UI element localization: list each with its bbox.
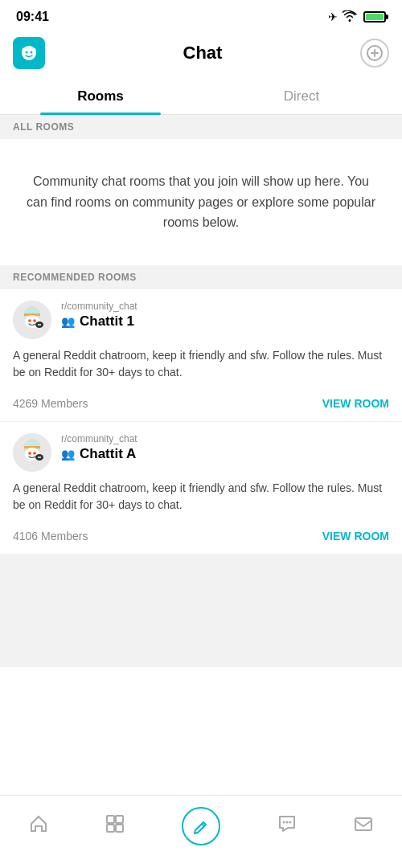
communities-icon [105,813,125,839]
battery-icon [363,11,386,23]
room-name: Chattit A [80,446,136,462]
svg-point-27 [39,457,41,458]
status-bar: 09:41 ✈ [0,0,402,31]
app-logo [13,37,45,69]
svg-point-34 [282,821,285,824]
svg-point-28 [28,452,31,455]
room-members: 4269 Members [13,397,88,410]
svg-point-35 [285,821,288,824]
header: Chat [0,31,402,79]
inbox-icon [353,813,374,839]
room-members: 4106 Members [13,530,88,542]
chat-icon [277,813,297,839]
status-icons: ✈ [328,10,386,24]
svg-point-4 [32,48,36,52]
svg-rect-6 [28,46,31,50]
tabs-container: Rooms Direct [0,79,402,115]
view-room-button[interactable]: VIEW ROOM [322,530,389,542]
nav-item-home[interactable] [20,810,57,842]
all-rooms-section-header: ALL ROOMS [0,115,402,139]
tab-direct[interactable]: Direct [201,79,402,114]
create-button[interactable] [182,807,220,845]
svg-point-18 [28,319,31,322]
nav-item-communities[interactable] [96,810,133,842]
wifi-icon [343,10,357,24]
page-title: Chat [183,43,223,63]
svg-point-3 [31,51,33,54]
room-name-row: 👥 Chattit A [61,446,389,462]
gray-spacer [0,555,402,667]
room-item-header: r/community_chat 👥 Chattit 1 [13,301,389,339]
status-time: 09:41 [16,10,49,24]
svg-point-2 [26,51,28,54]
group-icon: 👥 [61,448,75,461]
svg-rect-33 [116,825,123,832]
room-avatar [13,301,51,339]
nav-item-chat[interactable] [269,810,306,842]
room-name-row: 👥 Chattit 1 [61,313,389,330]
svg-rect-32 [107,825,114,832]
room-info: r/community_chat 👥 Chattit A [61,433,389,462]
bottom-nav [0,795,402,868]
group-icon: 👥 [61,315,75,328]
nav-item-create[interactable] [174,804,228,849]
empty-rooms-message: Community chat rooms that you join will … [0,139,402,265]
svg-point-29 [33,452,36,455]
room-name: Chattit 1 [80,313,134,330]
new-chat-button[interactable] [360,39,389,68]
svg-point-5 [23,48,27,52]
room-subreddit: r/community_chat [61,301,389,312]
room-item-header: r/community_chat 👥 Chattit A [13,433,389,472]
recommended-rooms-section-header: RECOMMENDED ROOMS [0,265,402,289]
room-subreddit: r/community_chat [61,433,389,444]
room-item: r/community_chat 👥 Chattit A A general R… [0,422,402,555]
nav-item-inbox[interactable] [345,810,382,842]
svg-point-36 [289,821,291,824]
svg-point-26 [38,457,39,458]
svg-point-16 [38,324,39,326]
svg-rect-31 [116,816,123,823]
view-room-button[interactable]: VIEW ROOM [322,397,389,410]
room-item: r/community_chat 👥 Chattit 1 A general R… [0,289,402,422]
svg-rect-30 [107,816,114,823]
room-avatar [13,433,51,472]
svg-point-19 [33,319,36,322]
room-info: r/community_chat 👥 Chattit 1 [61,301,389,330]
home-icon [28,813,49,839]
airplane-mode-icon: ✈ [328,10,338,23]
svg-point-17 [39,324,41,326]
tab-rooms[interactable]: Rooms [0,79,201,114]
room-footer: 4269 Members VIEW ROOM [13,389,389,421]
svg-rect-37 [355,818,371,830]
room-description: A general Reddit chatroom, keep it frien… [13,480,389,522]
room-description: A general Reddit chatroom, keep it frien… [13,347,389,389]
room-footer: 4106 Members VIEW ROOM [13,522,389,554]
